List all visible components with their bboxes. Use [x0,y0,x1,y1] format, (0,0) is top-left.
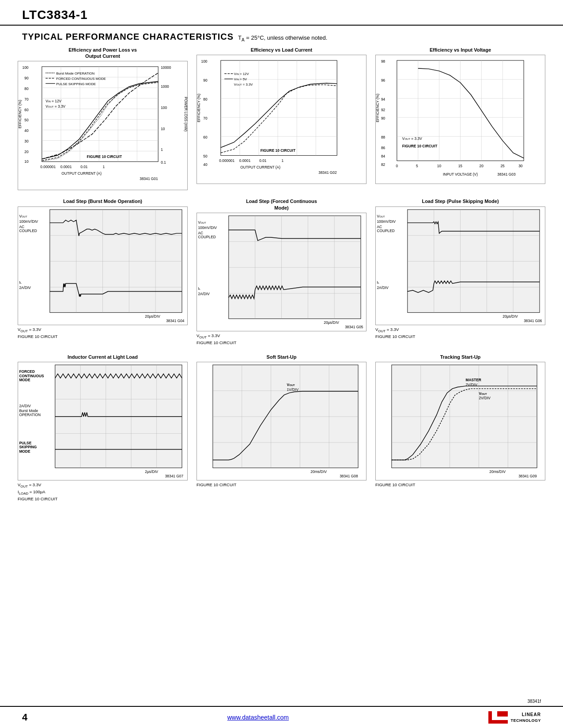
svg-text:100mV/DIV: 100mV/DIV [19,219,38,224]
svg-text:10: 10 [437,164,442,168]
svg-text:38341 G02: 38341 G02 [318,170,337,175]
svg-text:20: 20 [480,164,484,168]
svg-text:1: 1 [103,165,105,169]
chart-g08: Soft Start-Up VOUT 1V/DIV 20ms/DIV [196,354,367,502]
svg-text:10: 10 [161,127,165,131]
svg-rect-195 [392,365,537,468]
chart-g06-title: Load Step (Pulse Skipping Mode) [422,198,499,204]
svg-text:10000: 10000 [161,65,171,70]
svg-text:2μs/DIV: 2μs/DIV [145,469,158,474]
svg-text:FIGURE 10 CIRCUIT: FIGURE 10 CIRCUIT [87,154,122,159]
svg-rect-112 [50,210,182,312]
chart-g05-title: Load Step (Forced ContinuousMode) [246,198,317,211]
svg-text:VIN = 12V: VIN = 12V [234,72,249,76]
chart-g01-title: Efficiency and Power Loss vsOutput Curre… [68,47,137,60]
svg-text:100mV/DIV: 100mV/DIV [377,219,396,224]
chart-g07-svg: FORCED CONTINUOUS MODE 2A/DIV Burst Mode… [18,362,187,478]
svg-text:PULSE: PULSE [19,440,31,445]
svg-text:38341 G09: 38341 G09 [518,474,537,478]
svg-text:FIGURE 10 CIRCUIT: FIGURE 10 CIRCUIT [261,148,296,153]
svg-text:98: 98 [381,59,385,64]
svg-text:0.1: 0.1 [161,160,166,165]
linear-technology-logo-icon [488,711,508,724]
chart-g06-caption: VOUT = 3.3VFIGURE 10 CIRCUIT [375,326,545,339]
svg-text:2A/DIV: 2A/DIV [19,404,31,408]
svg-text:0.01: 0.01 [259,158,267,163]
svg-text:20ms/DIV: 20ms/DIV [489,469,506,474]
svg-text:38341 G06: 38341 G06 [524,319,542,323]
chart-g09-caption: FIGURE 10 CIRCUIT [375,482,545,488]
svg-text:1000: 1000 [161,84,169,89]
chart-g07-title: Inductor Current at Light Load [68,354,138,360]
svg-rect-129 [229,216,361,319]
footer-doc-num: 38341f [527,699,541,704]
svg-text:MODE: MODE [19,378,30,382]
svg-text:80: 80 [203,97,208,101]
svg-text:60: 60 [24,108,29,112]
section-title: TYPICAL PERFORMANCE CHARACTERISTICS [22,32,234,42]
chart-g02-box: 100 90 80 70 60 50 40 0.000001 0.0001 0.… [196,55,367,184]
chart-g09-box: MASTER 2V/DIV VOUT 2V/DIV 20ms/DIV 38341… [375,362,545,480]
svg-text:EFFICIENCY (%): EFFICIENCY (%) [18,100,22,128]
svg-rect-146 [408,210,540,312]
chart-g08-caption: FIGURE 10 CIRCUIT [196,482,367,488]
chart-g09-svg: MASTER 2V/DIV VOUT 2V/DIV 20ms/DIV 38341… [376,362,545,478]
chart-g05-svg: VOUT 100mV/DIV AC COUPLED IL 2A/DIV 20μs… [197,213,366,329]
chart-g01-box: 100 90 80 70 60 50 40 30 20 10 10000 100… [18,61,188,190]
svg-text:40: 40 [24,129,29,133]
svg-text:30: 30 [24,139,29,144]
svg-text:OUTPUT CURRENT (A): OUTPUT CURRENT (A) [240,165,280,169]
header: LTC3834-1 [0,0,563,26]
svg-text:60: 60 [203,135,208,139]
chart-g06: Load Step (Pulse Skipping Mode) VOUT 100… [375,198,545,345]
svg-text:50: 50 [203,154,208,158]
svg-text:2A/DIV: 2A/DIV [377,285,389,289]
svg-text:80: 80 [24,86,29,91]
svg-text:2A/DIV: 2A/DIV [198,292,210,296]
chart-g04-caption: VOUT = 3.3VFIGURE 10 CIRCUIT [18,326,188,339]
chart-g02-title: Efficiency vs Load Current [251,47,312,53]
svg-text:EFFICIENCY (%): EFFICIENCY (%) [197,94,201,122]
svg-text:38341 G01: 38341 G01 [140,176,158,181]
section-subtitle: TA = 25°C, unless otherwise noted. [238,34,327,42]
svg-text:AC: AC [377,225,382,229]
chart-g06-box: VOUT 100mV/DIV AC COUPLED IL 2A/DIV 20μs… [375,206,545,325]
svg-text:30: 30 [518,164,523,168]
svg-text:0: 0 [396,164,398,168]
svg-text:70: 70 [24,97,29,101]
chart-g03-box: 98 96 94 92 90 88 86 84 82 0 5 10 15 20 … [375,55,545,184]
svg-text:POWER LOSS (mW): POWER LOSS (mW) [184,97,187,131]
chart-g08-title: Soft Start-Up [267,354,297,360]
chart-g03-svg: 98 96 94 92 90 88 86 84 82 0 5 10 15 20 … [376,55,545,182]
svg-text:90: 90 [381,116,385,120]
chart-g07: Inductor Current at Light Load FORCED [18,354,188,502]
svg-text:CONTINUOUS: CONTINUOUS [19,373,44,378]
svg-text:FORCED: FORCED [19,369,34,374]
svg-text:MODE: MODE [19,449,30,454]
svg-text:VOUT = 3.3V: VOUT = 3.3V [234,83,253,86]
svg-text:EFFICIENCY (%): EFFICIENCY (%) [376,94,380,122]
chart-g07-box: FORCED CONTINUOUS MODE 2A/DIV Burst Mode… [18,362,188,480]
svg-text:0.000001: 0.000001 [40,165,56,169]
chart-g04-svg: VOUT 100mV/DIV AC COUPLED IL 2A/DIV 20μs… [18,207,187,323]
chart-g03-title: Efficiency vs Input Voltage [430,47,491,53]
charts-grid: Efficiency and Power Loss vsOutput Curre… [0,47,563,506]
svg-text:0.000001: 0.000001 [219,158,234,163]
svg-text:86: 86 [381,146,385,150]
svg-text:20ms/DIV: 20ms/DIV [310,469,327,474]
svg-text:FIGURE 10 CIRCUIT: FIGURE 10 CIRCUIT [402,144,438,148]
svg-text:COUPLED: COUPLED [19,229,37,233]
svg-text:20μs/DIV: 20μs/DIV [503,314,518,319]
svg-text:COUPLED: COUPLED [198,235,215,239]
svg-text:2A/DIV: 2A/DIV [19,285,31,289]
chart-g08-svg: VOUT 1V/DIV 20ms/DIV 38341 G08 [197,362,366,478]
chart-g02: Efficiency vs Load Current 100 90 80 7 [196,47,367,191]
svg-text:88: 88 [381,135,385,139]
chart-g07-caption: VOUT = 3.3VILOAD = 100μAFIGURE 10 CIRCUI… [18,482,188,502]
footer-url: www.datasheetall.com [227,714,289,721]
svg-text:20μs/DIV: 20μs/DIV [145,314,160,319]
chart-g01: Efficiency and Power Loss vsOutput Curre… [18,47,188,191]
svg-text:COUPLED: COUPLED [377,229,394,233]
svg-text:VIN = 5V: VIN = 5V [234,77,247,81]
svg-text:25: 25 [500,164,505,168]
